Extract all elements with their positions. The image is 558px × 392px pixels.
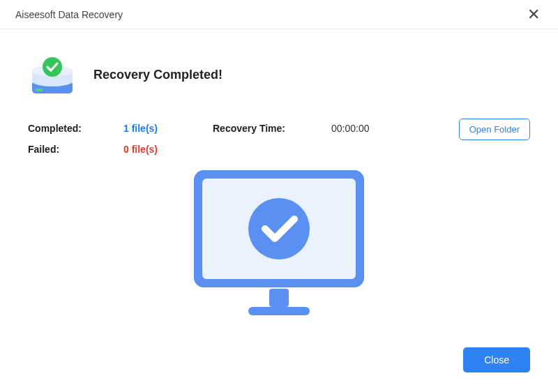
completed-value: 1 file(s): [123, 123, 213, 134]
recovery-time-value: 00:00:00: [331, 123, 370, 134]
recovery-time-label: Recovery Time:: [213, 123, 331, 134]
failed-label: Failed:: [28, 144, 123, 155]
drive-check-icon: [28, 50, 77, 99]
illustration-area: [28, 165, 530, 325]
page-heading: Recovery Completed!: [93, 68, 223, 82]
monitor-check-icon: [181, 165, 377, 325]
open-folder-button[interactable]: Open Folder: [459, 119, 530, 140]
close-button[interactable]: Close: [463, 347, 530, 372]
svg-rect-8: [248, 307, 310, 315]
content-area: Recovery Completed! Completed: 1 file(s)…: [0, 29, 558, 392]
completed-label: Completed:: [28, 123, 123, 134]
stats-row-failed: Failed: 0 file(s): [28, 144, 530, 155]
close-icon[interactable]: ✕: [522, 4, 545, 25]
header-row: Recovery Completed!: [28, 50, 530, 99]
footer: Close: [463, 347, 530, 372]
stats-row-completed: Completed: 1 file(s) Recovery Time: 00:0…: [28, 123, 530, 134]
svg-rect-1: [36, 89, 43, 91]
svg-rect-7: [269, 289, 289, 307]
failed-value: 0 file(s): [123, 144, 213, 155]
svg-point-9: [248, 198, 310, 259]
window-title: Aiseesoft Data Recovery: [15, 9, 123, 20]
svg-point-4: [43, 57, 62, 77]
title-bar: Aiseesoft Data Recovery ✕: [0, 0, 558, 29]
